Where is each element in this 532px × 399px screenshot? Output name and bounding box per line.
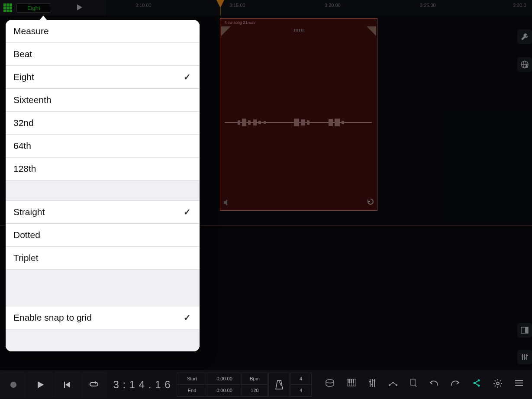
menu-item-label: Dotted [13,230,40,240]
marker-icon[interactable] [410,379,417,390]
drum-icon[interactable] [325,379,335,390]
svg-rect-45 [411,379,415,385]
menu-item-straight[interactable]: Straight✓ [6,201,200,224]
time-display[interactable]: 3 : 1 4 . 1 6 [107,379,177,391]
ts-bottom: 4 [290,385,311,396]
menu-item-eight[interactable]: Eight✓ [6,66,200,89]
menu-section-divider [6,329,200,351]
menu-item-label: 32nd [13,118,34,128]
popover-arrow [39,16,48,21]
menu-item-measure[interactable]: Measure [6,20,200,43]
svg-line-57 [500,386,501,386]
play-button[interactable] [27,372,53,398]
share-icon[interactable] [472,379,481,390]
svg-line-49 [475,381,478,383]
feel-list: Straight✓ Dotted Triplet [6,201,200,269]
automation-icon[interactable] [388,379,398,390]
metronome-button[interactable] [268,373,290,397]
bottom-tool-icons [325,379,532,390]
menu-item-snap-toggle[interactable]: Enable snap to grid✓ [6,306,200,329]
svg-rect-34 [351,379,352,383]
svg-rect-35 [353,379,354,383]
bpm-label: Bpm [242,373,268,385]
svg-line-50 [475,383,478,385]
menu-item-label: Straight [13,207,45,217]
menu-item-label: Eight [13,72,34,82]
keyboard-icon[interactable] [347,379,356,390]
svg-line-58 [495,386,496,386]
menu-item-label: Triplet [13,253,39,263]
menu-item-label: Measure [13,26,49,36]
menu-item-64th[interactable]: 64th [6,135,200,158]
svg-line-59 [500,380,501,381]
loop-button[interactable] [81,372,107,398]
menu-item-beat[interactable]: Beat [6,43,200,66]
snap-toggle-list: Enable snap to grid✓ [6,306,200,329]
svg-rect-33 [348,379,350,383]
menu-item-dotted[interactable]: Dotted [6,224,200,247]
bpm-value[interactable]: 120 [242,385,268,396]
check-icon: ✓ [184,72,191,82]
locator-grid: Start 0:00.00 Bpm End 0:00.00 120 [177,373,268,397]
svg-rect-39 [369,381,371,382]
rewind-button[interactable] [54,372,80,398]
redo-icon[interactable] [451,379,460,390]
svg-rect-26 [64,382,65,388]
svg-point-25 [10,382,16,388]
menu-item-label: 128th [13,164,36,174]
menu-item-label: Enable snap to grid [13,312,92,323]
mixer-icon[interactable] [368,379,376,390]
settings-icon[interactable] [493,379,503,390]
end-value[interactable]: 0:00.00 [207,385,242,396]
menu-item-triplet[interactable]: Triplet [6,247,200,269]
check-icon: ✓ [184,207,191,217]
svg-rect-41 [374,380,375,381]
menu-item-sixteenth[interactable]: Sixteenth [6,89,200,112]
menu-icon[interactable] [515,379,523,390]
menu-item-label: Sixteenth [13,95,52,105]
svg-point-28 [326,380,334,383]
ts-top: 4 [290,373,311,385]
transport-bar: 3 : 1 4 . 1 6 Start 0:00.00 Bpm End 0:00… [0,370,532,399]
menu-item-label: Beat [13,49,32,59]
end-label: End [177,385,207,396]
start-value[interactable]: 0:00.00 [207,373,242,385]
menu-item-128th[interactable]: 128th [6,158,200,180]
svg-point-51 [497,382,499,385]
menu-item-label: 64th [13,141,31,151]
division-list: Measure Beat Eight✓ Sixteenth 32nd 64th … [6,20,200,180]
menu-section-divider [6,269,200,306]
check-icon: ✓ [184,312,191,323]
menu-section-divider [6,180,200,201]
menu-item-32nd[interactable]: 32nd [6,112,200,135]
start-label: Start [177,373,207,385]
time-signature[interactable]: 4 4 [290,373,312,397]
record-button[interactable] [0,372,26,398]
snap-popover: Measure Beat Eight✓ Sixteenth 32nd 64th … [6,20,200,351]
svg-rect-40 [371,384,373,385]
svg-line-56 [495,380,496,381]
undo-icon[interactable] [429,379,438,390]
